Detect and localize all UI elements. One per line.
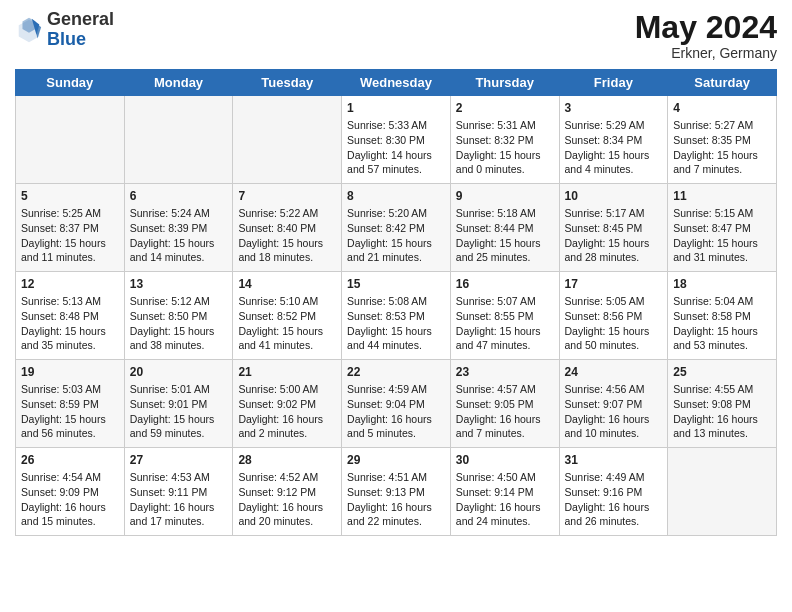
day-cell: 11Sunrise: 5:15 AMSunset: 8:47 PMDayligh… <box>668 184 777 272</box>
day-info-line: Sunrise: 5:15 AM <box>673 207 753 219</box>
day-info-line: Daylight: 16 hours <box>347 413 432 425</box>
day-info-line: Daylight: 15 hours <box>456 149 541 161</box>
day-info: Sunrise: 5:01 AMSunset: 9:01 PMDaylight:… <box>130 382 228 441</box>
day-info-line: and 17 minutes. <box>130 515 205 527</box>
day-number: 17 <box>565 277 663 291</box>
calendar-table: SundayMondayTuesdayWednesdayThursdayFrid… <box>15 69 777 536</box>
day-info: Sunrise: 4:57 AMSunset: 9:05 PMDaylight:… <box>456 382 554 441</box>
day-cell: 16Sunrise: 5:07 AMSunset: 8:55 PMDayligh… <box>450 272 559 360</box>
day-info-line: and 26 minutes. <box>565 515 640 527</box>
day-info-line: Daylight: 15 hours <box>456 237 541 249</box>
day-info-line: Sunset: 8:35 PM <box>673 134 751 146</box>
day-info-line: Sunrise: 5:20 AM <box>347 207 427 219</box>
day-info-line: and 28 minutes. <box>565 251 640 263</box>
day-info: Sunrise: 5:13 AMSunset: 8:48 PMDaylight:… <box>21 294 119 353</box>
day-info-line: Sunset: 9:09 PM <box>21 486 99 498</box>
day-info-line: Daylight: 15 hours <box>347 325 432 337</box>
day-info-line: Sunrise: 4:52 AM <box>238 471 318 483</box>
day-info-line: Sunset: 8:56 PM <box>565 310 643 322</box>
day-cell: 13Sunrise: 5:12 AMSunset: 8:50 PMDayligh… <box>124 272 233 360</box>
day-info-line: Daylight: 15 hours <box>21 237 106 249</box>
day-cell: 20Sunrise: 5:01 AMSunset: 9:01 PMDayligh… <box>124 360 233 448</box>
day-info-line: Sunset: 8:34 PM <box>565 134 643 146</box>
day-number: 30 <box>456 453 554 467</box>
day-info-line: Sunrise: 5:31 AM <box>456 119 536 131</box>
day-info-line: Daylight: 15 hours <box>130 413 215 425</box>
title-block: May 2024 Erkner, Germany <box>635 10 777 61</box>
day-info-line: Daylight: 15 hours <box>673 149 758 161</box>
day-number: 4 <box>673 101 771 115</box>
day-info-line: and 4 minutes. <box>565 163 634 175</box>
day-info: Sunrise: 5:33 AMSunset: 8:30 PMDaylight:… <box>347 118 445 177</box>
day-cell <box>233 96 342 184</box>
day-cell: 8Sunrise: 5:20 AMSunset: 8:42 PMDaylight… <box>342 184 451 272</box>
day-number: 13 <box>130 277 228 291</box>
day-info: Sunrise: 5:20 AMSunset: 8:42 PMDaylight:… <box>347 206 445 265</box>
day-info-line: and 18 minutes. <box>238 251 313 263</box>
day-info-line: and 7 minutes. <box>673 163 742 175</box>
weekday-header-monday: Monday <box>124 70 233 96</box>
day-cell: 3Sunrise: 5:29 AMSunset: 8:34 PMDaylight… <box>559 96 668 184</box>
day-info: Sunrise: 5:15 AMSunset: 8:47 PMDaylight:… <box>673 206 771 265</box>
day-number: 29 <box>347 453 445 467</box>
day-number: 31 <box>565 453 663 467</box>
day-info-line: Sunrise: 4:59 AM <box>347 383 427 395</box>
day-info-line: Sunrise: 5:29 AM <box>565 119 645 131</box>
day-info-line: Sunrise: 5:18 AM <box>456 207 536 219</box>
day-info-line: Sunset: 8:50 PM <box>130 310 208 322</box>
logo-icon <box>15 16 43 44</box>
day-cell <box>16 96 125 184</box>
day-info-line: Sunset: 9:11 PM <box>130 486 208 498</box>
day-info-line: and 47 minutes. <box>456 339 531 351</box>
day-number: 10 <box>565 189 663 203</box>
day-info-line: Daylight: 16 hours <box>673 413 758 425</box>
day-number: 25 <box>673 365 771 379</box>
day-info-line: and 44 minutes. <box>347 339 422 351</box>
day-number: 12 <box>21 277 119 291</box>
day-info-line: and 25 minutes. <box>456 251 531 263</box>
header: General Blue May 2024 Erkner, Germany <box>15 10 777 61</box>
day-info-line: Daylight: 16 hours <box>238 413 323 425</box>
day-info-line: Sunrise: 5:24 AM <box>130 207 210 219</box>
week-row-1: 1Sunrise: 5:33 AMSunset: 8:30 PMDaylight… <box>16 96 777 184</box>
weekday-header-sunday: Sunday <box>16 70 125 96</box>
day-info-line: Sunrise: 5:07 AM <box>456 295 536 307</box>
day-info-line: Sunset: 9:12 PM <box>238 486 316 498</box>
day-info: Sunrise: 4:52 AMSunset: 9:12 PMDaylight:… <box>238 470 336 529</box>
day-info-line: and 22 minutes. <box>347 515 422 527</box>
day-cell: 19Sunrise: 5:03 AMSunset: 8:59 PMDayligh… <box>16 360 125 448</box>
day-info-line: and 21 minutes. <box>347 251 422 263</box>
day-info-line: Sunset: 8:47 PM <box>673 222 751 234</box>
weekday-header-wednesday: Wednesday <box>342 70 451 96</box>
day-info: Sunrise: 4:55 AMSunset: 9:08 PMDaylight:… <box>673 382 771 441</box>
day-cell: 14Sunrise: 5:10 AMSunset: 8:52 PMDayligh… <box>233 272 342 360</box>
day-number: 26 <box>21 453 119 467</box>
day-info-line: Sunrise: 5:03 AM <box>21 383 101 395</box>
day-info: Sunrise: 5:31 AMSunset: 8:32 PMDaylight:… <box>456 118 554 177</box>
day-info-line: Daylight: 15 hours <box>130 237 215 249</box>
day-info-line: Sunset: 8:30 PM <box>347 134 425 146</box>
day-cell: 10Sunrise: 5:17 AMSunset: 8:45 PMDayligh… <box>559 184 668 272</box>
day-info-line: Daylight: 15 hours <box>673 325 758 337</box>
day-info-line: Daylight: 16 hours <box>456 413 541 425</box>
day-number: 11 <box>673 189 771 203</box>
day-info-line: and 38 minutes. <box>130 339 205 351</box>
logo: General Blue <box>15 10 114 50</box>
day-cell: 30Sunrise: 4:50 AMSunset: 9:14 PMDayligh… <box>450 448 559 536</box>
day-info-line: Sunrise: 5:00 AM <box>238 383 318 395</box>
logo-text: General Blue <box>47 10 114 50</box>
day-info-line: Daylight: 16 hours <box>238 501 323 513</box>
day-cell: 23Sunrise: 4:57 AMSunset: 9:05 PMDayligh… <box>450 360 559 448</box>
day-info-line: Daylight: 15 hours <box>21 413 106 425</box>
day-info-line: and 11 minutes. <box>21 251 96 263</box>
logo-general-text: General <box>47 9 114 29</box>
day-number: 22 <box>347 365 445 379</box>
day-info-line: Daylight: 15 hours <box>130 325 215 337</box>
day-info-line: Sunrise: 5:22 AM <box>238 207 318 219</box>
day-info-line: Sunset: 9:01 PM <box>130 398 208 410</box>
day-number: 8 <box>347 189 445 203</box>
day-cell: 4Sunrise: 5:27 AMSunset: 8:35 PMDaylight… <box>668 96 777 184</box>
day-info-line: Sunrise: 5:27 AM <box>673 119 753 131</box>
weekday-header-thursday: Thursday <box>450 70 559 96</box>
day-info: Sunrise: 4:59 AMSunset: 9:04 PMDaylight:… <box>347 382 445 441</box>
